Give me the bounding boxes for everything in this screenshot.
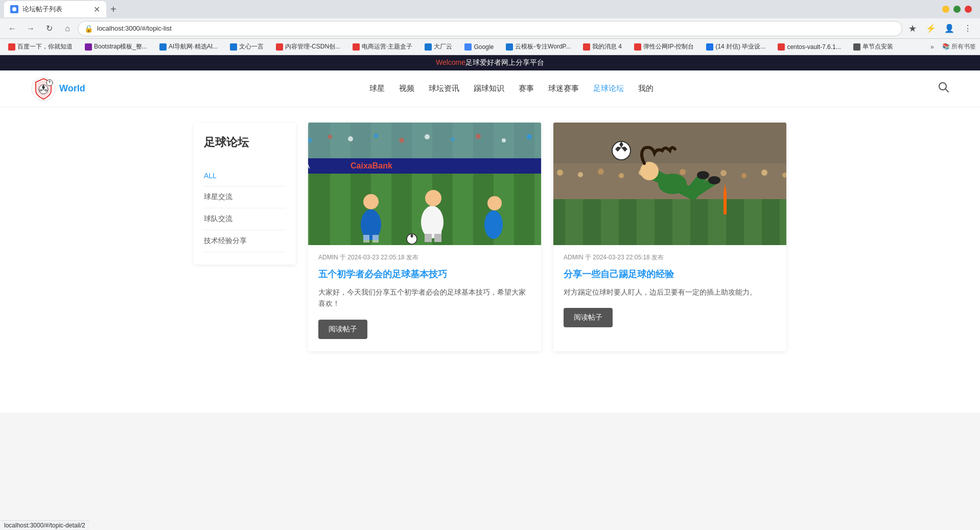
bookmark-label: 大厂云 bbox=[434, 42, 452, 51]
bookmark-item[interactable]: AI导航网·精选AI... bbox=[155, 41, 222, 52]
address-bar[interactable]: 🔒 localhost:3000/#/topic-list bbox=[78, 21, 902, 36]
bookmark-label: 我的消息 4 bbox=[592, 42, 622, 51]
nav-item-足球论坛[interactable]: 足球论坛 bbox=[593, 84, 624, 93]
address-text: localhost:3000/#/topic-list bbox=[97, 25, 172, 32]
bookmark-item[interactable]: 大厂云 bbox=[421, 41, 456, 52]
svg-point-61 bbox=[720, 170, 727, 176]
bookmark-favicon bbox=[8, 43, 15, 51]
bookmark-label: 文心一言 bbox=[239, 42, 264, 51]
bookmark-item[interactable]: (14 封信) 毕业设... bbox=[702, 41, 769, 52]
bookmark-favicon bbox=[634, 43, 641, 51]
svg-point-73 bbox=[708, 176, 720, 184]
svg-point-63 bbox=[761, 170, 767, 176]
bookmark-label: AI导航网·精选AI... bbox=[169, 42, 218, 51]
tab-close-button[interactable]: ✕ bbox=[94, 5, 100, 14]
nav-item-球坛资讯[interactable]: 球坛资讯 bbox=[429, 84, 459, 93]
bookmark-item[interactable]: 云模板-专注WordP... bbox=[502, 41, 575, 52]
svg-point-15 bbox=[348, 136, 353, 141]
reading-list-button[interactable]: 📚 所有书签 bbox=[942, 42, 976, 51]
home-button[interactable]: ⌂ bbox=[59, 20, 76, 37]
svg-point-55 bbox=[598, 168, 604, 175]
bookmark-favicon bbox=[425, 43, 432, 51]
bookmark-item[interactable]: 我的消息 4 bbox=[579, 41, 626, 52]
bookmark-favicon bbox=[230, 43, 237, 51]
bookmark-item[interactable]: 内容管理-CSDN创... bbox=[272, 41, 344, 52]
svg-point-56 bbox=[619, 173, 624, 178]
sidebar-item-all[interactable]: ALL bbox=[204, 165, 286, 186]
extensions-button[interactable]: ⚡ bbox=[923, 20, 939, 37]
svg-point-54 bbox=[578, 172, 583, 177]
bookmark-label: 单节点安装 bbox=[862, 42, 893, 51]
new-tab-button[interactable]: + bbox=[106, 4, 121, 15]
site-nav: 球星 视频 球坛资讯 踢球知识 赛事 球迷赛事 足球论坛 我的 bbox=[369, 84, 654, 93]
svg-rect-38 bbox=[425, 234, 432, 242]
profile-button[interactable]: 👤 bbox=[941, 20, 958, 37]
svg-rect-47 bbox=[553, 199, 786, 245]
bookmark-item[interactable]: Google bbox=[460, 42, 498, 52]
svg-point-35 bbox=[425, 190, 441, 206]
bookmark-item[interactable]: 电商运营·主题盒子 bbox=[348, 41, 416, 52]
svg-point-53 bbox=[557, 170, 563, 176]
logo-area[interactable]: World bbox=[31, 76, 85, 102]
nav-item-球迷赛事[interactable]: 球迷赛事 bbox=[548, 84, 579, 93]
nav-item-球星[interactable]: 球星 bbox=[369, 84, 385, 93]
bookmark-favicon bbox=[706, 43, 713, 51]
read-button-2[interactable]: 阅读帖子 bbox=[564, 308, 613, 327]
svg-line-5 bbox=[945, 89, 948, 92]
bookmarks-more-button[interactable]: » bbox=[930, 43, 934, 51]
svg-rect-39 bbox=[434, 234, 441, 242]
bookmark-item[interactable]: 百度一下，你就知道 bbox=[4, 41, 77, 52]
post-card-1: LUISA CaixaBank bbox=[308, 123, 541, 351]
bookmark-label: 内容管理-CSDN创... bbox=[285, 42, 340, 51]
browser-tab[interactable]: 论坛帖子列表 ✕ bbox=[4, 1, 106, 17]
nav-item-赛事[interactable]: 赛事 bbox=[519, 84, 534, 93]
reload-button[interactable]: ↻ bbox=[41, 20, 57, 37]
bookmark-item[interactable]: 文心一言 bbox=[226, 41, 268, 52]
post-image-1: LUISA CaixaBank bbox=[308, 123, 541, 245]
post-card-2: ADMIN 于 2024-03-23 22:05:18 发布 分享一些自己踢足球… bbox=[553, 123, 786, 351]
bookmark-item[interactable]: 单节点安装 bbox=[849, 41, 897, 52]
search-icon[interactable] bbox=[938, 82, 949, 95]
svg-rect-32 bbox=[363, 235, 369, 243]
sidebar: 足球论坛 ALL 球星交流 球队交流 技术经验分享 bbox=[194, 123, 296, 264]
bookmark-favicon bbox=[853, 43, 860, 51]
back-button[interactable]: ← bbox=[4, 20, 20, 37]
announcement-bar: Welcome足球爱好者网上分享平台 bbox=[0, 55, 980, 70]
sidebar-item-球队交流[interactable]: 球队交流 bbox=[204, 208, 286, 230]
forward-button[interactable]: → bbox=[22, 20, 39, 37]
browser-controls: ← → ↻ ⌂ 🔒 localhost:3000/#/topic-list ★ … bbox=[0, 18, 980, 39]
logo-text: World bbox=[59, 83, 85, 94]
svg-rect-25 bbox=[308, 158, 541, 174]
bookmark-item[interactable]: 弹性公网IP-控制台 bbox=[630, 41, 698, 52]
browser-chrome: 论坛帖子列表 ✕ + ← → ↻ ⌂ 🔒 localhost:3000/#/to… bbox=[0, 0, 980, 413]
post-card-body-1: ADMIN 于 2024-03-23 22:05:18 发布 五个初学者必会的足… bbox=[308, 245, 541, 351]
bookmark-label: Bootstrap模板_整... bbox=[94, 42, 147, 51]
bookmark-favicon bbox=[276, 43, 283, 51]
post-title-1[interactable]: 五个初学者必会的足球基本技巧 bbox=[318, 268, 531, 280]
window-minimize-button[interactable] bbox=[942, 6, 949, 13]
nav-item-我的[interactable]: 我的 bbox=[638, 84, 654, 93]
post-title-2[interactable]: 分享一些自己踢足球的经验 bbox=[564, 268, 776, 280]
sidebar-item-技术经验分享[interactable]: 技术经验分享 bbox=[204, 230, 286, 252]
browser-titlebar: 论坛帖子列表 ✕ + bbox=[0, 0, 980, 18]
nav-item-视频[interactable]: 视频 bbox=[399, 84, 414, 93]
bookmark-item[interactable]: centos-vault-7.6.1... bbox=[774, 42, 845, 52]
main-content: 足球论坛 ALL 球星交流 球队交流 技术经验分享 bbox=[183, 123, 797, 351]
logo-icon bbox=[31, 76, 56, 102]
announcement-text: 足球爱好者网上分享平台 bbox=[465, 58, 544, 66]
sidebar-item-球星交流[interactable]: 球星交流 bbox=[204, 186, 286, 208]
svg-point-62 bbox=[741, 173, 746, 178]
nav-item-踢球知识[interactable]: 踢球知识 bbox=[474, 84, 504, 93]
bookmark-label: centos-vault-7.6.1... bbox=[787, 43, 841, 51]
read-button-1[interactable]: 阅读帖子 bbox=[318, 320, 367, 339]
menu-button[interactable]: ⋮ bbox=[960, 20, 976, 37]
bookmark-label: 弹性公网IP-控制台 bbox=[643, 42, 694, 51]
svg-rect-33 bbox=[372, 235, 379, 243]
bookmark-star-button[interactable]: ★ bbox=[904, 20, 921, 37]
window-maximize-button[interactable] bbox=[953, 6, 961, 13]
welcome-text: Welcome bbox=[436, 58, 465, 66]
svg-point-19 bbox=[451, 137, 455, 141]
window-close-button[interactable] bbox=[965, 6, 972, 13]
bookmark-label: (14 封信) 毕业设... bbox=[715, 42, 765, 51]
bookmark-item[interactable]: Bootstrap模板_整... bbox=[81, 41, 151, 52]
